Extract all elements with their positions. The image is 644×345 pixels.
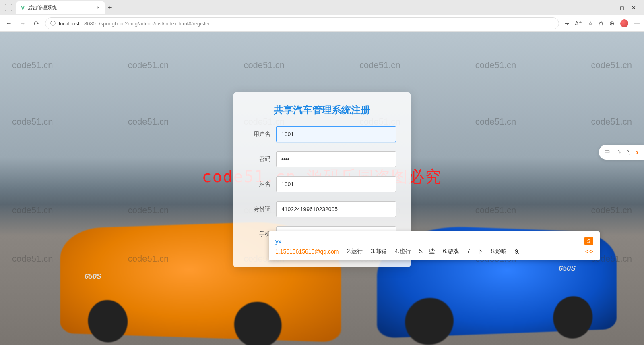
ime-candidate-4[interactable]: 4.也行	[395, 248, 411, 255]
minimize-button[interactable]: —	[607, 5, 613, 11]
ime-candidate-bar: yx S 1.15615615615@qq.com 2.运行 3.邮箱 4.也行…	[269, 231, 600, 260]
url-host: localhost	[59, 21, 79, 27]
realname-input[interactable]	[276, 176, 396, 192]
ime-page-nav[interactable]: <·>	[585, 248, 593, 255]
watermark-text: code51.cn	[244, 60, 285, 71]
browser-chrome: V 后台管理系统 × + — ◻ ✕ ← → ⟳ ⓘ localhost:808…	[0, 0, 644, 32]
reader-icon[interactable]: ☆	[588, 20, 593, 27]
idcard-input[interactable]	[276, 201, 396, 217]
watermark-text: code51.cn	[475, 60, 516, 71]
ime-candidate-1[interactable]: 1.15615615615@qq.com	[275, 248, 339, 255]
watermark-text: code51.cn	[475, 116, 516, 127]
browser-tab[interactable]: V 后台管理系统 ×	[16, 1, 105, 14]
text-size-icon[interactable]: A⁺	[575, 20, 582, 27]
ime-candidate-9[interactable]: 9.	[515, 248, 520, 255]
register-title: 共享汽车管理系统注册	[248, 104, 396, 116]
form-row-realname: 姓名	[248, 176, 396, 192]
watermark-text: code51.cn	[128, 116, 169, 127]
tab-bar: V 后台管理系统 × + — ◻ ✕	[0, 0, 644, 15]
ime-candidate-8[interactable]: 8.影响	[491, 248, 507, 255]
form-row-username: 用户名	[248, 126, 396, 142]
ime-float-toolbar[interactable]: 中 ☽ º, ›	[599, 145, 644, 160]
ime-candidate-7[interactable]: 7.一下	[467, 248, 483, 255]
watermark-text: code51.cn	[12, 60, 53, 71]
watermark-text: code51.cn	[128, 205, 169, 216]
ime-candidate-2[interactable]: 2.运行	[347, 248, 363, 255]
password-input[interactable]	[276, 151, 396, 167]
username-input[interactable]	[276, 126, 396, 142]
watermark-text: code51.cn	[12, 116, 53, 127]
car-badge-right: 650S	[559, 264, 576, 273]
site-info-icon[interactable]: ⓘ	[50, 20, 56, 27]
tab-title: 后台管理系统	[28, 4, 93, 11]
car-badge-left: 650S	[85, 272, 101, 281]
url-input[interactable]: ⓘ localhost:8080/springboot2eidg/admin/d…	[45, 17, 559, 29]
watermark-text: code51.cn	[591, 116, 632, 127]
more-menu-icon[interactable]: ⋯	[634, 20, 640, 27]
close-tab-icon[interactable]: ×	[97, 4, 100, 11]
realname-label: 姓名	[248, 181, 276, 188]
address-bar: ← → ⟳ ⓘ localhost:8080/springboot2eidg/a…	[0, 15, 644, 31]
forward-button[interactable]: →	[18, 20, 27, 27]
ime-typed-text: yx	[275, 238, 281, 245]
toolbar-icons: 🗝 A⁺ ☆ ✩ ⊕ ⋯	[563, 19, 640, 27]
tabs-overview-icon[interactable]	[5, 4, 12, 11]
watermark-text: code51.cn	[591, 205, 632, 216]
window-controls: — ◻ ✕	[607, 5, 641, 11]
password-icon[interactable]: 🗝	[563, 20, 569, 27]
url-path: /springboot2eidg/admin/dist/index.html#/…	[99, 21, 210, 27]
back-button[interactable]: ←	[4, 20, 14, 27]
favorites-icon[interactable]: ✩	[599, 20, 604, 27]
idcard-label: 身份证	[248, 206, 276, 213]
collections-icon[interactable]: ⊕	[609, 20, 615, 27]
ime-candidates: 1.15615615615@qq.com 2.运行 3.邮箱 4.也行 5.一些…	[275, 248, 593, 255]
new-tab-button[interactable]: +	[108, 4, 112, 12]
moon-icon[interactable]: ☽	[616, 149, 621, 156]
chevron-right-icon[interactable]: ›	[636, 148, 638, 156]
ime-candidate-5[interactable]: 5.一些	[419, 248, 435, 255]
form-row-password: 密码	[248, 151, 396, 167]
ime-candidate-3[interactable]: 3.邮箱	[371, 248, 387, 255]
form-row-idcard: 身份证	[248, 201, 396, 217]
ime-candidate-6[interactable]: 6.游戏	[443, 248, 459, 255]
vue-favicon-icon: V	[21, 4, 25, 11]
watermark-text: code51.cn	[12, 205, 53, 216]
watermark-text: code51.cn	[128, 60, 169, 71]
close-window-button[interactable]: ✕	[632, 5, 636, 11]
ime-lang-toggle[interactable]: 中	[605, 149, 610, 156]
page-content: 650S 650S code51.cn code51.cn code51.cn …	[0, 32, 644, 345]
ime-punct-toggle[interactable]: º,	[627, 149, 630, 156]
url-port: :8080	[83, 21, 96, 27]
watermark-text: code51.cn	[475, 205, 516, 216]
watermark-text: code51.cn	[591, 60, 632, 71]
username-label: 用户名	[248, 131, 276, 138]
refresh-button[interactable]: ⟳	[31, 20, 41, 27]
profile-avatar[interactable]	[620, 19, 628, 27]
watermark-text: code51.cn	[12, 254, 53, 264]
sogou-ime-icon[interactable]: S	[584, 237, 593, 245]
watermark-text: code51.cn	[359, 60, 400, 71]
maximize-button[interactable]: ◻	[620, 5, 624, 11]
password-label: 密码	[248, 156, 276, 163]
